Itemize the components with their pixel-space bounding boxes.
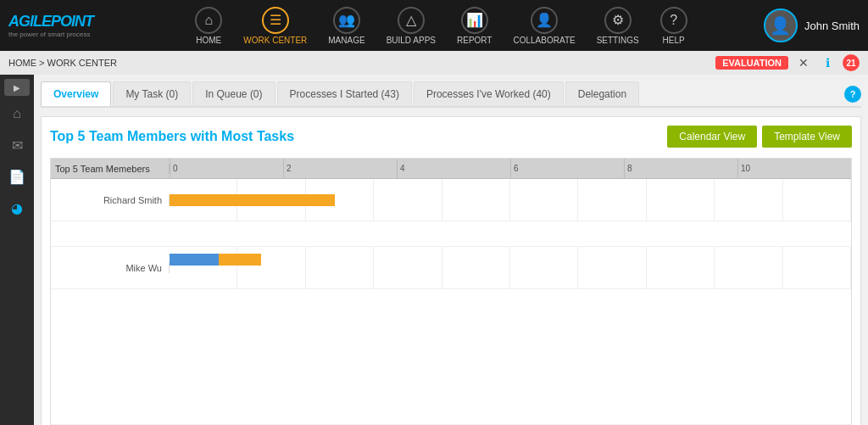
tab-processes-worked[interactable]: Processes I've Worked (40) — [414, 81, 564, 106]
user-name: John Smith — [804, 20, 860, 32]
tick-8: 8 — [624, 159, 737, 179]
tick-6: 6 — [510, 159, 624, 179]
build-apps-icon: △ — [398, 7, 425, 34]
top-navigation: AGILEPOINT the power of smart process ⌂ … — [0, 0, 868, 51]
row-bars-mike — [170, 247, 851, 288]
settings-icon: ⚙ — [604, 7, 632, 34]
notification-badge[interactable]: 21 — [843, 54, 860, 71]
table-row[interactable]: Richard Smith — [51, 179, 851, 221]
breadcrumb-bar: HOME > WORK CENTER EVALUATION ✕ ℹ 21 — [0, 51, 868, 75]
avatar: 👤 — [764, 8, 798, 42]
chart-axis-row: Top 5 Team Memebers 0 2 4 6 8 10 — [51, 159, 851, 179]
sidebar-item-inbox[interactable]: ✉ — [3, 131, 31, 159]
tick-0: 0 — [170, 159, 283, 179]
nav-settings-label: SETTINGS — [597, 36, 639, 45]
nav-home-label: HOME — [196, 36, 221, 45]
logo: AGILEPOINT the power of smart process — [8, 13, 119, 38]
info-icon[interactable]: ℹ — [819, 54, 836, 71]
row-label-richard: Richard Smith — [51, 195, 170, 205]
nav-build-apps-label: BUILD APPS — [387, 36, 436, 45]
chart-axis-ticks: 0 2 4 6 8 10 — [170, 159, 851, 179]
nav-build-apps[interactable]: △ BUILD APPS — [378, 3, 444, 49]
logo-subtitle: the power of smart process — [8, 31, 90, 38]
close-icon[interactable]: ✕ — [795, 54, 812, 71]
user-area: 👤 John Smith — [764, 8, 860, 42]
tab-in-queue[interactable]: In Queue (0) — [192, 81, 275, 106]
row-label-mike: Mike Wu — [51, 263, 170, 273]
chart-empty-area — [51, 289, 851, 425]
nav-work-center[interactable]: ☰ WORK CENTER — [235, 3, 315, 49]
tick-2: 2 — [283, 159, 397, 179]
bar-chart: Top 5 Team Memebers 0 2 4 6 8 10 Richard… — [50, 158, 852, 425]
sidebar-item-doc[interactable]: 📄 — [3, 163, 31, 190]
content-panel: Top 5 Team Members with Most Tasks Calen… — [41, 116, 861, 425]
nav-settings[interactable]: ⚙ SETTINGS — [588, 3, 648, 49]
chart-axis-label: Top 5 Team Memebers — [51, 164, 170, 174]
bar-blue-mike — [170, 254, 219, 266]
manage-icon: 👥 — [333, 7, 360, 34]
tick-4: 4 — [397, 159, 510, 179]
chart-buttons: Calendar View Template View — [667, 126, 852, 148]
table-row[interactable]: Mike Wu — [51, 247, 851, 289]
nav-help-label: HELP — [663, 36, 685, 45]
breadcrumb-home[interactable]: HOME > WORK CENTER — [8, 58, 117, 68]
chart-title: Top 5 Team Members with Most Tasks — [50, 129, 294, 144]
home-icon: ⌂ — [195, 7, 222, 34]
bar-group-mike — [170, 254, 261, 282]
nav-report-label: REPORT — [457, 36, 492, 45]
nav-manage-label: MANAGE — [328, 36, 364, 45]
sidebar-toggle[interactable]: ▶ — [4, 79, 30, 96]
report-icon: 📊 — [461, 7, 488, 34]
logo-text: AGILEPOINT — [8, 13, 93, 31]
nav-manage[interactable]: 👥 MANAGE — [320, 3, 373, 49]
chart-header: Top 5 Team Members with Most Tasks Calen… — [50, 126, 852, 148]
tab-delegation[interactable]: Delegation — [565, 81, 639, 106]
bar-group-richard — [170, 186, 335, 215]
sidebar-item-home[interactable]: ⌂ — [3, 100, 31, 127]
nav-collaborate[interactable]: 👤 COLLABORATE — [504, 3, 583, 49]
sidebar: ▶ ⌂ ✉ 📄 ◕ — [0, 75, 34, 425]
content-area: Overview My Task (0) In Queue (0) Proces… — [34, 75, 868, 425]
nav-help[interactable]: ? HELP — [652, 3, 696, 49]
calendar-view-button[interactable]: Calendar View — [667, 126, 757, 148]
nav-collaborate-label: COLLABORATE — [513, 36, 575, 45]
tab-my-task[interactable]: My Task (0) — [113, 81, 191, 106]
table-row-empty-1 — [51, 221, 851, 247]
eval-badge: EVALUATION — [715, 56, 788, 70]
row-bars-richard — [170, 179, 851, 221]
nav-report[interactable]: 📊 REPORT — [448, 3, 501, 49]
help-icon: ? — [660, 7, 687, 34]
breadcrumb-actions: EVALUATION ✕ ℹ 21 — [715, 54, 860, 71]
work-center-icon: ☰ — [262, 7, 289, 34]
bar-orange-richard — [170, 194, 335, 206]
tick-10: 10 — [737, 159, 851, 179]
nav-items: ⌂ HOME ☰ WORK CENTER 👥 MANAGE △ BUILD AP… — [119, 3, 764, 49]
tabs-container: Overview My Task (0) In Queue (0) Proces… — [41, 81, 861, 108]
help-tab-icon[interactable]: ? — [844, 86, 861, 103]
tab-overview[interactable]: Overview — [41, 81, 111, 106]
collaborate-icon: 👤 — [531, 7, 558, 34]
sidebar-item-chart[interactable]: ◕ — [3, 194, 31, 221]
nav-home[interactable]: ⌂ HOME — [186, 3, 231, 49]
nav-work-center-label: WORK CENTER — [243, 36, 307, 45]
main-layout: ▶ ⌂ ✉ 📄 ◕ Overview My Task (0) In Queue … — [0, 75, 868, 425]
template-view-button[interactable]: Template View — [762, 126, 852, 148]
bar-orange-mike — [219, 254, 261, 266]
breadcrumb: HOME > WORK CENTER — [8, 57, 117, 69]
tab-processes-started[interactable]: Processes I Started (43) — [277, 81, 412, 106]
